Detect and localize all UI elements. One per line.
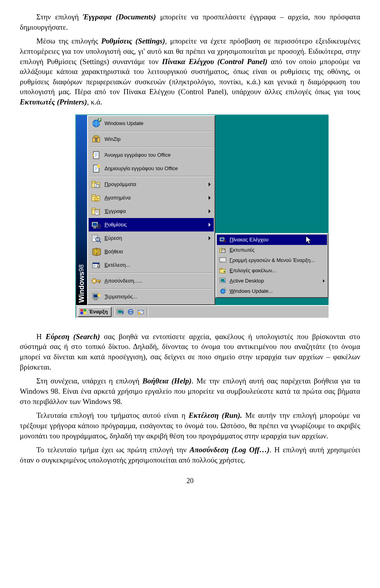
submenu-arrow-icon <box>209 196 211 200</box>
menu-item-shutdown[interactable]: Τερματισμός... <box>89 290 214 303</box>
menu-item-new-office-doc[interactable]: Δημιουργία εγγράφου του Office <box>89 162 214 175</box>
menu-item-programs[interactable]: Προγράμματα <box>89 178 214 191</box>
menu-label: Ρυθμίσεις <box>104 221 209 228</box>
submenu-label: Εκτυπωτές <box>230 247 325 254</box>
menu-separator <box>89 147 213 148</box>
submenu-label: Γραμμή εργασιών & Μενού Έναρξη... <box>230 257 325 264</box>
paragraph-settings: Μέσω της επιλογής Ρυθμίσεις (Settings), … <box>20 36 360 107</box>
svg-rect-33 <box>93 294 98 298</box>
shutdown-icon <box>90 291 102 302</box>
quicklaunch-ie[interactable] <box>126 307 135 316</box>
printers-folder-icon <box>218 246 227 254</box>
new-document-icon <box>90 163 102 174</box>
mouse-cursor-icon <box>306 236 314 245</box>
quicklaunch-desktop[interactable] <box>116 307 125 316</box>
submenu-arrow-icon <box>209 182 211 186</box>
outlook-icon <box>137 309 144 315</box>
active-desktop-icon <box>218 277 227 285</box>
search-icon <box>90 233 102 244</box>
menu-label: Δημιουργία εγγράφου του Office <box>104 165 211 172</box>
menu-item-logoff[interactable]: Αποσύνδεση...... <box>89 274 214 288</box>
svg-rect-50 <box>80 309 83 311</box>
menu-item-favorites[interactable]: Αγαπημένα <box>89 191 214 205</box>
taskbar-separator <box>113 307 114 317</box>
submenu-arrow-icon <box>323 279 325 283</box>
svg-rect-9 <box>92 181 95 183</box>
menu-item-open-office-doc[interactable]: Άνοιγμα εγγράφου του Office <box>89 148 214 162</box>
svg-rect-30 <box>96 280 101 282</box>
show-desktop-icon <box>117 309 124 315</box>
open-document-icon <box>90 150 102 161</box>
documents-folder-icon <box>90 206 102 217</box>
submenu-item-windows-update[interactable]: Windows Update... <box>217 286 327 296</box>
help-book-icon: ? <box>90 246 102 257</box>
taskbar-settings-icon <box>218 256 227 264</box>
svg-point-29 <box>93 280 95 282</box>
svg-rect-51 <box>84 309 86 311</box>
submenu-item-active-desktop[interactable]: Active Desktop <box>217 276 327 286</box>
svg-point-21 <box>98 226 99 227</box>
svg-rect-34 <box>94 299 97 300</box>
menu-label: Εύρεση <box>104 235 209 242</box>
run-icon <box>90 260 102 271</box>
submenu-item-taskbar[interactable]: Γραμμή εργασιών & Μενού Έναρξη... <box>217 255 327 266</box>
svg-rect-15 <box>92 208 95 210</box>
start-menu-screenshot: Windows98 Windows Update WinZip <box>75 114 360 318</box>
favorites-folder-icon <box>90 192 102 203</box>
svg-rect-11 <box>96 184 99 188</box>
menu-label: Άνοιγμα εγγράφου του Office <box>104 152 211 159</box>
winzip-icon <box>90 134 102 145</box>
submenu-arrow-icon <box>209 236 211 240</box>
svg-rect-41 <box>222 249 224 250</box>
svg-rect-31 <box>99 282 100 283</box>
paragraph-documents: Στην επιλογή Έγγραφα (Documents) μπορείτ… <box>20 12 360 32</box>
menu-item-run[interactable]: Εκτέλεση... <box>89 258 214 272</box>
svg-rect-55 <box>118 310 122 313</box>
menu-item-winzip[interactable]: WinZip <box>89 133 214 146</box>
programs-folder-icon <box>90 179 102 190</box>
menu-item-help[interactable]: ? Βοήθεια <box>89 245 214 258</box>
submenu-label: Active Desktop <box>230 277 323 285</box>
menu-item-search[interactable]: Εύρεση <box>89 231 214 245</box>
svg-rect-5 <box>93 152 99 159</box>
control-panel-icon <box>218 236 227 244</box>
menu-label: Τερματισμός... <box>104 293 211 300</box>
start-button[interactable]: Έναρξη <box>78 307 112 317</box>
svg-rect-52 <box>80 312 83 314</box>
paragraph-search: Η Εύρεση (Search) σας βοηθά να εντοπίσετ… <box>20 332 360 372</box>
menu-item-windows-update[interactable]: Windows Update <box>89 117 214 130</box>
menu-label: WinZip <box>104 136 211 143</box>
menu-separator <box>89 273 213 273</box>
svg-rect-16 <box>95 210 99 215</box>
menu-label: Βοήθεια <box>104 248 211 255</box>
menu-label: Windows Update <box>104 120 211 127</box>
svg-rect-4 <box>95 138 97 141</box>
globe-refresh-icon <box>90 118 102 129</box>
svg-text:?: ? <box>95 250 97 254</box>
svg-rect-46 <box>220 268 222 269</box>
windows98-banner: Windows98 <box>76 115 87 305</box>
folder-options-icon <box>218 267 227 275</box>
submenu-item-folder-options[interactable]: Επιλογές φακέλων... <box>217 266 327 276</box>
svg-rect-18 <box>93 223 97 226</box>
paragraph-run: Τελευταία επιλογή του τμήματος αυτού είν… <box>20 410 360 441</box>
start-menu: Windows Update WinZip Άνοιγμα εγγράφου τ… <box>87 115 215 305</box>
submenu-label: Windows Update... <box>230 288 325 295</box>
svg-rect-19 <box>93 227 96 228</box>
globe-refresh-small-icon <box>218 287 227 295</box>
menu-label: Εκτέλεση... <box>104 262 211 269</box>
svg-rect-26 <box>93 263 99 264</box>
svg-point-58 <box>138 312 141 315</box>
menu-item-documents[interactable]: Έγγραφα <box>89 205 214 218</box>
menu-item-settings[interactable]: Ρυθμίσεις <box>89 218 214 231</box>
svg-rect-38 <box>225 241 226 242</box>
menu-label: Αγαπημένα <box>104 194 209 201</box>
svg-rect-44 <box>220 262 222 262</box>
submenu-arrow-icon <box>209 209 211 213</box>
submenu-item-printers[interactable]: Εκτυπωτές <box>217 245 327 255</box>
menu-separator <box>89 131 213 132</box>
quicklaunch-outlook[interactable] <box>137 307 145 316</box>
svg-rect-53 <box>84 312 86 314</box>
menu-label: Αποσύνδεση...... <box>104 277 211 285</box>
taskbar: Έναρξη <box>76 305 329 318</box>
